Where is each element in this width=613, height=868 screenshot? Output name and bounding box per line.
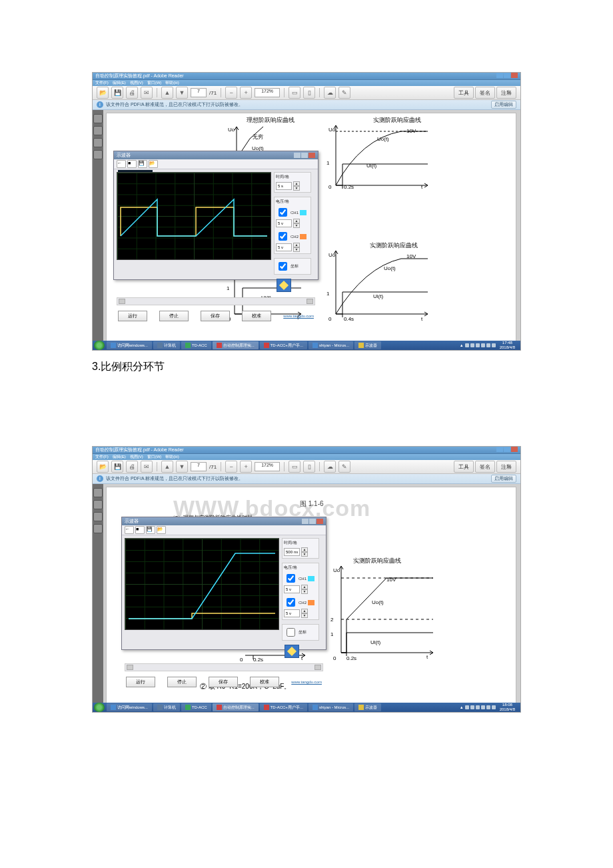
- taskbar-item[interactable]: 自动控制原理实...: [213, 341, 259, 349]
- page-number-field[interactable]: 7: [191, 462, 207, 471]
- taskbar-item[interactable]: TD-ACC: [181, 341, 211, 349]
- ch1-checkbox[interactable]: [279, 208, 287, 217]
- scope-cal-button[interactable]: 校准: [242, 311, 271, 321]
- page-up-icon[interactable]: ▲: [161, 87, 173, 99]
- save-icon[interactable]: 💾: [111, 87, 123, 99]
- open-icon[interactable]: 📂: [97, 87, 109, 99]
- fit-page-icon[interactable]: ▭: [289, 461, 301, 473]
- taskbar-item[interactable]: 示波器: [354, 341, 381, 349]
- menubar[interactable]: 文件(F)编辑(E)视图(V)窗口(W)帮助(H): [93, 80, 520, 86]
- fit-page-icon[interactable]: ▭: [289, 87, 301, 99]
- system-tray[interactable]: ▲ 18:082018/4/8: [457, 703, 520, 712]
- print-icon[interactable]: 🖨: [126, 87, 138, 99]
- taskbar-item[interactable]: 访问网windows...: [107, 341, 152, 349]
- scope-pause-icon: ■: [127, 160, 137, 168]
- open-icon[interactable]: 📂: [97, 461, 109, 473]
- ideal-curve-title: 理想阶跃响应曲线: [247, 116, 295, 125]
- taskbar-item[interactable]: shiyan - Micros...: [308, 341, 353, 349]
- ch1-vdiv[interactable]: [284, 585, 300, 593]
- scope-edit-icon[interactable]: [277, 279, 291, 292]
- zoom-field[interactable]: 172%: [255, 462, 280, 471]
- zoom-in-icon[interactable]: +: [240, 461, 252, 473]
- ch1-vdiv[interactable]: [276, 219, 292, 227]
- scope-run-button[interactable]: 运行: [118, 311, 147, 321]
- thumbnails-icon: [93, 114, 103, 123]
- zoom-in-icon[interactable]: +: [240, 87, 252, 99]
- scope-hscroll[interactable]: [125, 663, 323, 671]
- start-button[interactable]: [94, 703, 105, 712]
- scope-cal-button[interactable]: 校准: [250, 677, 279, 687]
- sign-button[interactable]: 签名: [475, 87, 495, 99]
- enable-edit-button[interactable]: 启用编辑: [491, 101, 516, 109]
- read-icon[interactable]: ☁: [324, 87, 336, 99]
- time-per-div[interactable]: [276, 182, 292, 190]
- scope-toolbar[interactable]: ←■💾📂: [122, 525, 326, 535]
- scope-side-panel: 时间/格 ▲▼ 电压/格 CH1 ▲▼ CH2 ▲▼ 坐标: [274, 169, 314, 297]
- scope-toolbar[interactable]: ← ■ 💾 📂: [114, 159, 318, 169]
- mail-icon[interactable]: ✉: [141, 87, 153, 99]
- time-per-div[interactable]: [284, 548, 300, 556]
- scope-save-button[interactable]: 保存: [201, 311, 230, 321]
- page-down-icon[interactable]: ▼: [176, 461, 188, 473]
- ch2-checkbox[interactable]: [287, 598, 295, 607]
- section-heading: 3.比例积分环节: [92, 360, 521, 374]
- ch2-checkbox[interactable]: [279, 232, 287, 241]
- sign-button[interactable]: 签名: [475, 461, 495, 473]
- tools-button[interactable]: 工具: [454, 461, 474, 473]
- comment-button[interactable]: 注释: [496, 87, 516, 99]
- print-icon[interactable]: 🖨: [126, 461, 138, 473]
- scope-save-icon: 💾: [138, 160, 147, 168]
- comment-button[interactable]: 注释: [496, 461, 516, 473]
- start-button[interactable]: [94, 341, 105, 350]
- save-icon[interactable]: 💾: [111, 461, 123, 473]
- scope-titlebar: 示波器: [114, 151, 318, 159]
- zoom-field[interactable]: 172%: [255, 88, 280, 97]
- pdfa-notice: i该文件符合 PDF/A 标准规范，且已在只读模式下打开以防被修改。 启用编辑: [93, 474, 520, 484]
- ch2-vdiv[interactable]: [284, 609, 300, 617]
- clock[interactable]: 17:482018/4/8: [497, 341, 518, 350]
- window-buttons[interactable]: [496, 447, 518, 453]
- ch2-vdiv[interactable]: [276, 243, 292, 251]
- side-panel[interactable]: [93, 110, 103, 343]
- info-icon: i: [97, 475, 103, 482]
- fit-width-icon[interactable]: ▯: [303, 461, 315, 473]
- page-up-icon[interactable]: ▲: [161, 461, 173, 473]
- side-panel[interactable]: [93, 484, 103, 705]
- page-number-field[interactable]: 7: [191, 88, 207, 97]
- scope-link[interactable]: www.tangdu.com: [283, 314, 314, 318]
- scope-stop-button[interactable]: 停止: [159, 311, 189, 321]
- scope-save-button[interactable]: 保存: [209, 677, 238, 687]
- measured-curve-title: 实测阶跃响应曲线: [353, 557, 401, 565]
- scope-hscroll[interactable]: [117, 297, 315, 305]
- enable-edit-button[interactable]: 启用编辑: [491, 475, 516, 483]
- zoom-out-icon[interactable]: −: [225, 461, 237, 473]
- system-tray[interactable]: ▲ 17:482018/4/8: [457, 341, 520, 350]
- mail-icon[interactable]: ✉: [141, 461, 153, 473]
- scope-link[interactable]: www.tangdu.com: [291, 680, 322, 684]
- window-title: 自动控制原理实验教程.pdf - Adobe Reader: [95, 447, 184, 453]
- clock: 18:082018/4/8: [497, 703, 518, 712]
- fit-width-icon[interactable]: ▯: [303, 87, 315, 99]
- window-buttons[interactable]: [496, 73, 518, 79]
- scope-stop-button[interactable]: 停止: [167, 677, 197, 687]
- read-icon[interactable]: ☁: [324, 461, 336, 473]
- scope-edit-icon[interactable]: [285, 645, 299, 658]
- content-area: 理想阶跃响应曲线 实测阶跃响应曲线 Uo 无穷 Uo(t) Uo 10V Uo(…: [93, 110, 520, 343]
- menubar[interactable]: 文件(F)编辑(E)视图(V)窗口(W)帮助(H): [93, 454, 520, 460]
- coord-checkbox[interactable]: [287, 628, 295, 637]
- taskbar-item[interactable]: TD-ACC+用户手...: [260, 341, 307, 349]
- scope-run-button[interactable]: 运行: [126, 677, 155, 687]
- sign-panel-icon: [93, 150, 103, 159]
- zoom-out-icon[interactable]: −: [225, 87, 237, 99]
- taskbar: 访问网windows... 计算机 TD-ACC 自动控制原理实... TD-A…: [93, 703, 520, 712]
- ch1-checkbox[interactable]: [287, 574, 295, 583]
- scope-window-buttons[interactable]: [293, 153, 315, 159]
- page-down-icon[interactable]: ▼: [176, 87, 188, 99]
- sign-icon[interactable]: ✎: [338, 461, 350, 473]
- coord-checkbox[interactable]: [279, 262, 287, 271]
- tools-button[interactable]: 工具: [454, 87, 474, 99]
- document-page: WWW.bdocx.com 图 1.1-6 （5）理想与实测阶跃响应曲线对照 实…: [106, 487, 516, 705]
- sign-icon[interactable]: ✎: [338, 87, 350, 99]
- scope-window-buttons[interactable]: [301, 519, 323, 525]
- taskbar-item[interactable]: 计算机: [153, 341, 180, 349]
